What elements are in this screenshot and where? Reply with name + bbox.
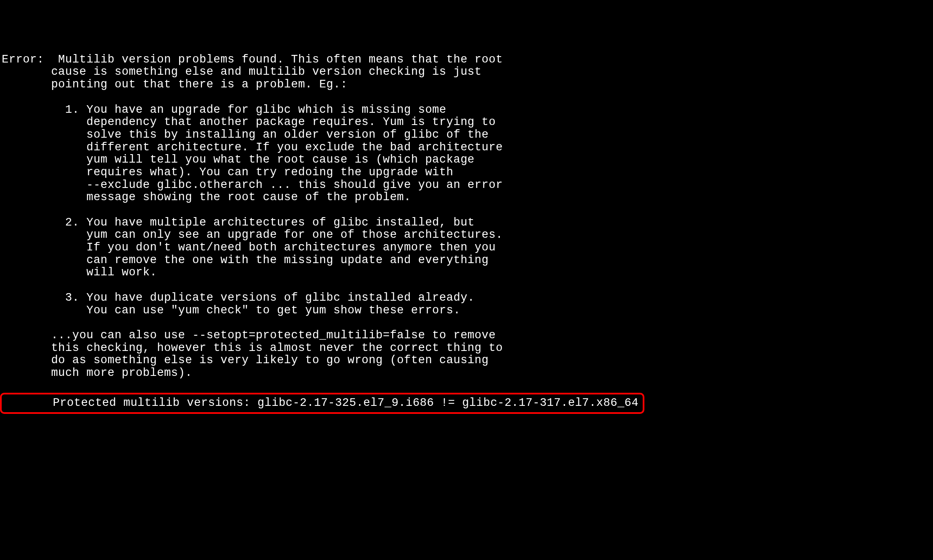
error-text-line: You have multiple architectures of glibc… bbox=[79, 216, 475, 229]
error-text-line: solve this by installing an older versio… bbox=[2, 128, 488, 141]
error-text-line: cause is something else and multilib ver… bbox=[2, 65, 482, 78]
list-item-number: 1. bbox=[2, 103, 79, 116]
error-text-line: requires what). You can try redoing the … bbox=[2, 166, 453, 179]
error-text-line: message showing the root cause of the pr… bbox=[2, 191, 411, 204]
error-text-line: Multilib version problems found. This of… bbox=[44, 53, 503, 66]
error-text-line: pointing out that there is a problem. Eg… bbox=[2, 78, 347, 91]
list-item-number: 2. bbox=[2, 216, 79, 229]
error-text-line: will work. bbox=[2, 266, 157, 279]
error-text-line: dependency that another package requires… bbox=[2, 116, 496, 128]
error-text-line: ...you can also use --setopt=protected_m… bbox=[2, 329, 496, 342]
error-text-line: much more problems). bbox=[2, 367, 192, 379]
error-text-line: You can use "yum check" to get yum show … bbox=[2, 304, 461, 317]
error-text-line: --exclude glibc.otherarch ... this shoul… bbox=[2, 179, 503, 191]
protected-multilib-highlight: Protected multilib versions: glibc-2.17-… bbox=[0, 393, 644, 414]
error-text-line: You have duplicate versions of glibc ins… bbox=[79, 291, 475, 304]
error-text-line: this checking, however this is almost ne… bbox=[2, 342, 503, 354]
error-label: Error: bbox=[2, 53, 44, 66]
error-text-line: do as something else is very likely to g… bbox=[2, 354, 488, 367]
error-text-line: If you don't want/need both architecture… bbox=[2, 241, 496, 254]
error-text-line: different architecture. If you exclude t… bbox=[2, 141, 503, 154]
error-text-line: can remove the one with the missing upda… bbox=[2, 254, 488, 266]
protected-multilib-text: Protected multilib versions: glibc-2.17-… bbox=[3, 397, 638, 409]
error-text-line: yum will tell you what the root cause is… bbox=[2, 153, 475, 166]
error-text-line: You have an upgrade for glibc which is m… bbox=[79, 103, 447, 116]
error-text-line: yum can only see an upgrade for one of t… bbox=[2, 228, 503, 241]
list-item-number: 3. bbox=[2, 291, 79, 304]
terminal-output: Error: Multilib version problems found. … bbox=[2, 54, 931, 414]
